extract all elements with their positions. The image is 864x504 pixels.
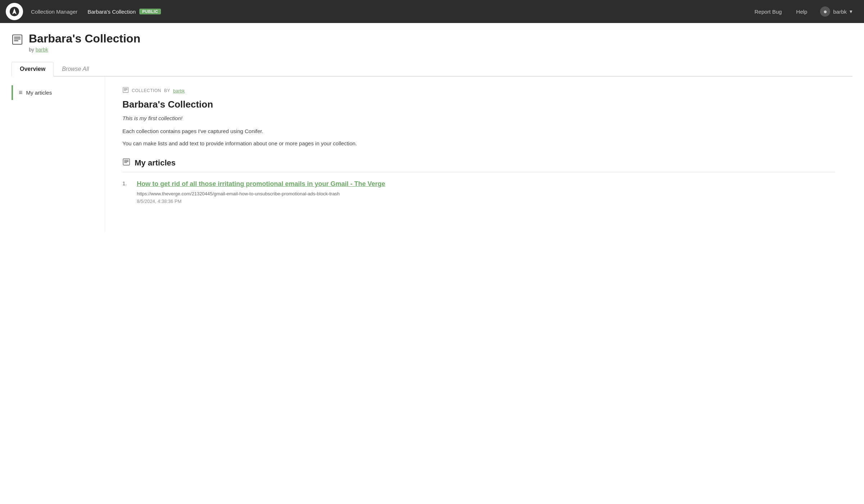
article-url: https://www.theverge.com/21320445/gmail-… xyxy=(137,191,385,196)
user-chevron-icon: ▾ xyxy=(850,8,852,15)
navbar-collection-manager-link[interactable]: Collection Manager xyxy=(26,0,82,23)
page-content: Barbara's Collection by barbk Overview B… xyxy=(0,23,864,232)
tabs: Overview Browse All xyxy=(12,61,852,77)
collection-meta-icon xyxy=(122,87,129,95)
svg-rect-9 xyxy=(124,91,126,91)
list-item: How to get rid of all those irritating p… xyxy=(122,180,835,204)
sidebar-item-my-articles[interactable]: ≡ My articles xyxy=(12,85,105,100)
navbar-right: Report Bug Help ● barbk ▾ xyxy=(747,0,858,23)
list-section: My articles How to get rid of all those … xyxy=(122,158,835,204)
svg-rect-2 xyxy=(13,35,22,44)
svg-rect-4 xyxy=(14,38,21,40)
page-header-text: Barbara's Collection by barbk xyxy=(29,32,140,53)
svg-rect-12 xyxy=(124,161,129,162)
navbar: Collection Manager Barbara's Collection … xyxy=(0,0,864,23)
svg-rect-6 xyxy=(123,87,129,93)
svg-rect-10 xyxy=(123,159,130,165)
article-list: How to get rid of all those irritating p… xyxy=(122,180,835,204)
collection-desc-2: You can make lists and add text to provi… xyxy=(122,139,835,148)
page-header: Barbara's Collection by barbk xyxy=(12,32,852,53)
user-avatar-icon: ● xyxy=(820,6,830,17)
collection-title: Barbara's Collection xyxy=(122,99,835,110)
list-section-icon xyxy=(122,158,130,168)
article-item-content: How to get rid of all those irritating p… xyxy=(137,180,385,204)
collection-meta-user-link[interactable]: barbk xyxy=(173,88,185,94)
collection-desc-1: Each collection contains pages I've capt… xyxy=(122,127,835,136)
svg-rect-3 xyxy=(14,37,21,38)
svg-rect-8 xyxy=(124,90,127,90)
list-section-header: My articles xyxy=(122,158,835,168)
app-logo[interactable] xyxy=(6,3,23,20)
page-author-link[interactable]: barbk xyxy=(36,47,48,53)
help-link[interactable]: Help xyxy=(789,0,815,23)
sidebar-item-label: My articles xyxy=(26,90,52,96)
page-title: Barbara's Collection xyxy=(29,32,140,45)
main-content: COLLECTION by barbk Barbara's Collection… xyxy=(105,77,852,231)
collection-desc-italic: This is my first collection! xyxy=(122,115,835,121)
list-section-title: My articles xyxy=(135,158,176,168)
svg-rect-11 xyxy=(124,160,129,161)
svg-rect-13 xyxy=(124,163,127,163)
report-bug-link[interactable]: Report Bug xyxy=(747,0,789,23)
tab-overview[interactable]: Overview xyxy=(12,62,54,77)
sidebar: ≡ My articles xyxy=(12,77,105,231)
collection-meta: COLLECTION by barbk xyxy=(122,87,835,95)
list-divider xyxy=(122,172,835,172)
collection-header-icon xyxy=(12,34,23,48)
collection-meta-label: COLLECTION xyxy=(132,88,161,93)
collection-meta-by: by xyxy=(164,88,170,93)
username-label: barbk xyxy=(833,9,847,15)
user-menu[interactable]: ● barbk ▾ xyxy=(814,0,858,23)
svg-rect-7 xyxy=(124,88,127,89)
main-layout: ≡ My articles COLLECTION by barbk xyxy=(12,77,852,231)
tab-browse-all[interactable]: Browse All xyxy=(54,62,97,77)
public-badge: PUBLIC xyxy=(139,9,161,14)
svg-rect-5 xyxy=(14,40,18,41)
sidebar-list-icon: ≡ xyxy=(19,89,23,96)
page-subtitle: by barbk xyxy=(29,47,140,53)
article-title-link[interactable]: How to get rid of all those irritating p… xyxy=(137,180,385,189)
article-date: 8/5/2024, 4:38:36 PM xyxy=(137,199,181,204)
navbar-collection-name[interactable]: Barbara's Collection PUBLIC xyxy=(82,0,166,23)
